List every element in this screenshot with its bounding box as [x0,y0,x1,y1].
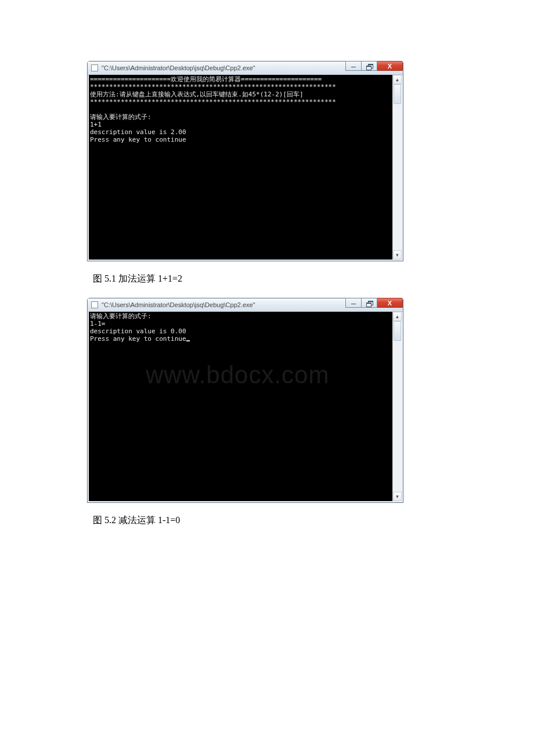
figure-caption-2: 图 5.2 减法运算 1-1=0 [93,514,534,527]
chevron-up-icon: ▲ [395,314,400,319]
chevron-down-icon: ▼ [395,253,400,258]
window-controls: X [346,61,403,71]
titlebar[interactable]: "C:\Users\Administrator\Desktop\jsq\Debu… [88,62,403,75]
close-button[interactable]: X [377,298,403,308]
scroll-up-button[interactable]: ▲ [393,75,402,84]
vertical-scrollbar[interactable]: ▲ ▼ [392,75,402,260]
minimize-icon [351,64,356,67]
app-icon [91,301,98,308]
scroll-thumb[interactable] [394,84,401,104]
minimize-icon [351,301,356,304]
scroll-down-button[interactable]: ▼ [393,492,402,501]
maximize-button[interactable] [361,298,377,308]
close-icon: X [388,63,392,70]
console-window-1: "C:\Users\Administrator\Desktop\jsq\Debu… [87,61,403,261]
console-output[interactable]: 请输入要计算的式子: 1-1= description value is 0.0… [89,312,392,501]
scroll-down-button[interactable]: ▼ [393,250,402,260]
close-button[interactable]: X [377,61,403,71]
app-icon [91,64,98,71]
maximize-button[interactable] [361,61,377,71]
close-icon: X [388,300,392,307]
chevron-down-icon: ▼ [395,494,400,499]
chevron-up-icon: ▲ [395,77,400,82]
titlebar[interactable]: "C:\Users\Administrator\Desktop\jsq\Debu… [88,298,403,312]
minimize-button[interactable] [345,298,362,308]
scroll-up-button[interactable]: ▲ [393,312,402,321]
vertical-scrollbar[interactable]: ▲ ▼ [392,312,402,501]
console-body: =====================欢迎使用我的简易计算器========… [88,75,403,261]
scroll-thumb[interactable] [394,321,401,341]
document-page: "C:\Users\Administrator\Desktop\jsq\Debu… [0,0,534,527]
scroll-track[interactable] [393,321,402,492]
scroll-track[interactable] [393,84,402,250]
minimize-button[interactable] [345,61,362,71]
window-title: "C:\Users\Administrator\Desktop\jsq\Debu… [102,64,255,71]
text-cursor [186,340,190,341]
console-body: 请输入要计算的式子: 1-1= description value is 0.0… [88,312,403,502]
window-controls: X [346,298,403,308]
figure-caption-1: 图 5.1 加法运算 1+1=2 [93,273,534,285]
console-window-2: "C:\Users\Administrator\Desktop\jsq\Debu… [87,298,403,503]
console-output[interactable]: =====================欢迎使用我的简易计算器========… [89,75,392,260]
window-title: "C:\Users\Administrator\Desktop\jsq\Debu… [102,301,255,308]
